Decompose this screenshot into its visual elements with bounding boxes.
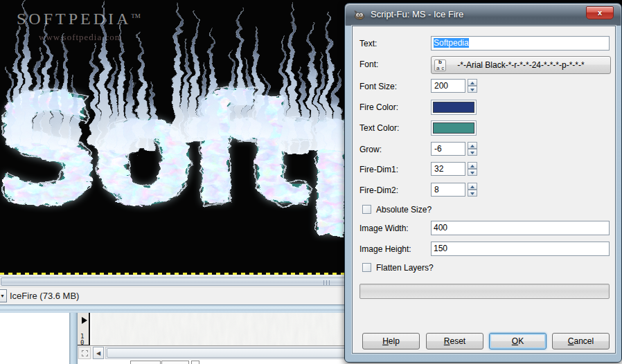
fire-dim2-label: Fire-Dim2: [359,185,398,195]
spin-up-button[interactable] [468,162,477,169]
grow-spinner [468,142,477,156]
status-memory-label: IceFire (73.6 MB) [10,291,79,301]
grow-input[interactable]: -6 [431,142,465,156]
status-dropdown-button[interactable]: ▼ [0,289,7,302]
dialog-title: Script-Fu: MS - Ice Fire [371,9,463,19]
fire-color-label: Fire Color: [359,102,398,112]
fire-dim1-label: Fire-Dim1: [359,165,398,174]
gimp-wilber-icon [354,9,365,20]
reset-button[interactable]: Reset [426,333,483,349]
fire-dim1-input[interactable]: 32 [431,162,465,176]
ruler-position-marker-icon [82,317,87,324]
cancel-button[interactable]: Cancel [552,333,610,349]
script-fu-dialog: Script-Fu: MS - Ice Fire x Text: Softped… [344,3,622,363]
screen: SOFTPEDIATM www.softpedia.com [0,0,622,364]
image-height-input[interactable]: 150 [431,242,610,256]
absolute-size-label: Absolute Size? [376,205,432,215]
spin-up-button[interactable] [468,142,477,149]
quickmask-icon [82,350,88,356]
up-arrow-icon [470,185,474,188]
down-arrow-icon [470,172,474,174]
spin-down-button[interactable] [468,169,477,176]
close-button[interactable]: x [586,6,614,19]
font-size-label: Font Size: [359,82,397,91]
font-picker-button[interactable]: a c b -*-Arial Black-*-r-*-*-24-*-*-*-p-… [431,56,611,74]
fire-dim2-input[interactable]: 8 [431,183,465,197]
text-input[interactable]: Softpedia [431,36,610,51]
progress-bar [359,284,610,299]
grow-label: Grow: [359,145,382,154]
down-arrow-icon [470,152,474,154]
font-size-spinner [468,79,477,93]
selected-text: Softpedia [434,38,469,48]
cutoff-control[interactable] [191,361,199,364]
spin-down-button[interactable] [468,149,477,156]
up-arrow-icon [470,145,474,147]
quickmask-toggle-button[interactable] [78,347,91,359]
font-size-input[interactable]: 200 [431,79,465,93]
help-button[interactable]: Help [362,333,420,349]
cutoff-control[interactable] [161,361,189,364]
back-window-left-border [69,313,78,364]
vertical-ruler: 1 0 [78,313,90,345]
font-icon: a c b [434,60,446,71]
scrollbar-grip-icon [323,280,331,285]
fire-color-button[interactable] [431,100,477,115]
ice-fire-text-art: Softp Softp Softp Softp [0,0,350,273]
down-arrow-icon [470,192,474,195]
fire-dim2-spinner [468,183,477,197]
image-width-label: Image Width: [359,224,409,233]
flatten-layers-checkbox[interactable] [362,263,371,272]
text-color-button[interactable] [431,120,477,136]
text-color-swatch [433,122,474,134]
spin-down-button[interactable] [468,86,477,93]
image-height-label: Image Height: [359,244,411,254]
up-arrow-icon [470,82,474,84]
scroll-left-button[interactable]: ◀ [93,347,104,359]
fire-color-swatch [433,102,474,113]
cutoff-control[interactable] [130,361,161,364]
spin-up-button[interactable] [468,79,477,86]
spin-down-button[interactable] [468,190,477,197]
spin-up-button[interactable] [468,183,477,190]
font-icon-letter: c [442,60,445,77]
image-width-input[interactable]: 400 [431,221,610,235]
flatten-layers-label: Flatten Layers? [376,263,434,273]
font-name-value: -*-Arial Black-*-r-*-*-24-*-*-*-p-*-*-* [457,60,584,70]
dialog-body: Text: Softpedia Font: a c b -*-Arial Bla… [352,26,616,354]
text-label: Text: [359,39,377,48]
down-arrow-icon [470,89,474,91]
absolute-size-checkbox[interactable] [362,205,371,214]
fire-dim1-spinner [468,162,477,176]
up-arrow-icon [470,165,474,167]
font-icon-letter: b [438,54,442,71]
text-color-label: Text Color: [359,123,399,133]
font-label: Font: [359,60,378,69]
dialog-title-bar[interactable]: Script-Fu: MS - Ice Fire x [346,4,621,26]
ok-button[interactable]: OK [489,333,547,349]
